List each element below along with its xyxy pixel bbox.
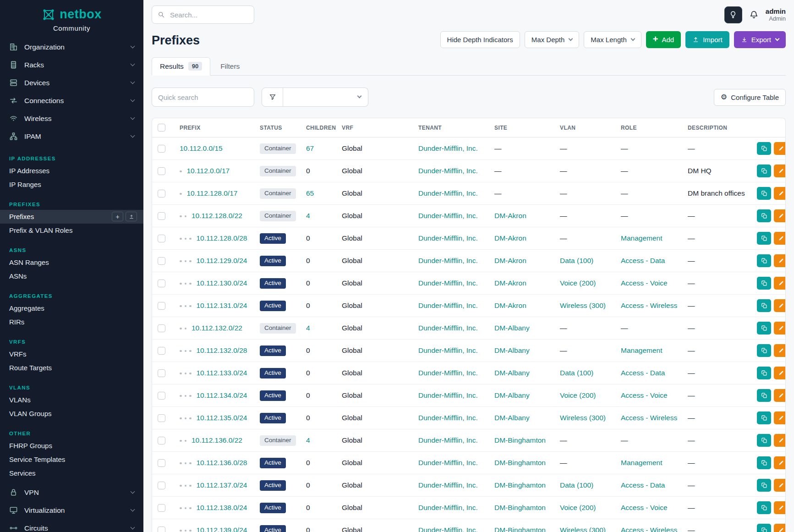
copy-button[interactable] — [757, 232, 771, 245]
select-all-checkbox[interactable] — [158, 124, 165, 132]
sidebar-item-service-templates[interactable]: Service Templates — [0, 453, 143, 466]
vlan-link[interactable]: Voice (200) — [560, 391, 596, 399]
children-link[interactable]: 67 — [306, 144, 314, 152]
sidebar-item-asn-ranges[interactable]: ASN Ranges — [0, 256, 143, 269]
column-header-prefix[interactable]: Prefix — [174, 118, 254, 137]
copy-button[interactable] — [757, 456, 771, 469]
prefix-link[interactable]: 10.112.136.0/22 — [192, 436, 242, 444]
site-link[interactable]: DM-Binghamton — [494, 459, 546, 466]
copy-button[interactable] — [757, 187, 771, 200]
tenant-link[interactable]: Dunder-Mifflin, Inc. — [418, 302, 478, 309]
sidebar-item-fhrp-groups[interactable]: FHRP Groups — [0, 439, 143, 453]
tenant-link[interactable]: Dunder-Mifflin, Inc. — [418, 414, 478, 422]
filter-button[interactable] — [262, 88, 283, 107]
sidebar-item-asns[interactable]: ASNs — [0, 269, 143, 283]
import-button[interactable]: Import — [685, 31, 729, 48]
role-link[interactable]: Access - Wireless — [621, 526, 677, 532]
tenant-link[interactable]: Dunder-Mifflin, Inc. — [418, 279, 478, 287]
prefix-link[interactable]: 10.112.130.0/24 — [197, 279, 247, 287]
edit-button[interactable] — [774, 344, 785, 357]
edit-button[interactable] — [774, 367, 785, 379]
column-header-vrf[interactable]: VRF — [336, 118, 413, 137]
row-checkbox[interactable] — [158, 324, 165, 332]
copy-button[interactable] — [757, 479, 771, 492]
site-link[interactable]: DM-Akron — [494, 279, 526, 287]
edit-button[interactable] — [774, 165, 785, 177]
row-checkbox[interactable] — [158, 459, 165, 467]
site-link[interactable]: DM-Binghamton — [494, 481, 546, 489]
row-checkbox[interactable] — [158, 504, 165, 512]
sidebar-item-vlan-groups[interactable]: VLAN Groups — [0, 407, 143, 421]
tenant-link[interactable]: Dunder-Mifflin, Inc. — [418, 391, 478, 399]
sidebar-item-vlans[interactable]: VLANs — [0, 393, 143, 407]
site-link[interactable]: DM-Albany — [494, 369, 530, 377]
row-checkbox[interactable] — [158, 190, 165, 197]
sidebar-item-aggregates[interactable]: Aggregates — [0, 302, 143, 315]
edit-button[interactable] — [774, 411, 785, 424]
sidebar-item-ipam[interactable]: IPAM — [0, 128, 143, 146]
sidebar-item-circuits[interactable]: Circuits — [0, 520, 143, 532]
column-header-tenant[interactable]: Tenant — [413, 118, 489, 137]
prefix-link[interactable]: 10.112.0.0/15 — [180, 144, 223, 152]
site-link[interactable]: DM-Albany — [494, 391, 530, 399]
site-link[interactable]: DM-Binghamton — [494, 504, 546, 511]
children-link[interactable]: 4 — [306, 212, 310, 219]
copy-button[interactable] — [757, 277, 771, 290]
row-checkbox[interactable] — [158, 212, 165, 220]
edit-button[interactable] — [774, 209, 785, 222]
column-header-status[interactable]: Status — [254, 118, 301, 137]
export-button[interactable]: Export — [734, 31, 786, 48]
prefix-link[interactable]: 10.112.136.0/28 — [197, 459, 247, 466]
sidebar-item-ip-ranges[interactable]: IP Ranges — [0, 178, 143, 192]
vlan-link[interactable]: Voice (200) — [560, 504, 596, 511]
configure-table-button[interactable]: ⚙Configure Table — [714, 89, 786, 106]
global-search[interactable] — [152, 5, 254, 24]
sidebar-item-devices[interactable]: Devices — [0, 74, 143, 92]
prefix-link[interactable]: 10.112.0.0/17 — [187, 167, 230, 175]
role-link[interactable]: Access - Data — [621, 481, 665, 489]
sidebar-item-racks[interactable]: Racks — [0, 56, 143, 74]
vlan-link[interactable]: Data (100) — [560, 369, 593, 377]
edit-button[interactable] — [774, 479, 785, 492]
row-checkbox[interactable] — [158, 280, 165, 287]
theme-toggle-button[interactable] — [724, 6, 742, 23]
role-link[interactable]: Management — [621, 346, 662, 354]
prefix-link[interactable]: 10.112.128.0/28 — [197, 234, 247, 242]
row-checkbox[interactable] — [158, 527, 165, 532]
row-checkbox[interactable] — [158, 414, 165, 422]
role-link[interactable]: Access - Wireless — [621, 302, 677, 309]
vlan-link[interactable]: Data (100) — [560, 481, 593, 489]
tenant-link[interactable]: Dunder-Mifflin, Inc. — [418, 369, 478, 377]
hide-depth-indicators-button[interactable]: Hide Depth Indicators — [440, 31, 520, 48]
copy-button[interactable] — [757, 389, 771, 402]
edit-button[interactable] — [774, 299, 785, 312]
edit-button[interactable] — [774, 187, 785, 200]
tenant-link[interactable]: Dunder-Mifflin, Inc. — [418, 481, 478, 489]
prefix-link[interactable]: 10.112.128.0/17 — [187, 189, 238, 197]
prefix-link[interactable]: 10.112.132.0/28 — [197, 346, 247, 354]
add-button[interactable]: +Add — [646, 31, 681, 48]
site-link[interactable]: DM-Albany — [494, 324, 530, 332]
tenant-link[interactable]: Dunder-Mifflin, Inc. — [418, 212, 478, 219]
prefix-link[interactable]: 10.112.139.0/24 — [197, 526, 247, 532]
sidebar-item-connections[interactable]: Connections — [0, 92, 143, 110]
vlan-link[interactable]: Wireless (300) — [560, 414, 606, 422]
row-checkbox[interactable] — [158, 145, 165, 153]
prefix-link[interactable]: 10.112.133.0/24 — [197, 369, 247, 377]
column-header-site[interactable]: Site — [489, 118, 554, 137]
sidebar-item-virtualization[interactable]: Virtualization — [0, 502, 143, 520]
site-link[interactable]: DM-Albany — [494, 414, 530, 422]
global-search-input[interactable] — [169, 11, 248, 19]
sidebar-item-route-targets[interactable]: Route Targets — [0, 361, 143, 375]
edit-button[interactable] — [774, 322, 785, 335]
edit-button[interactable] — [774, 389, 785, 402]
sidebar-item-vrfs[interactable]: VRFs — [0, 347, 143, 361]
copy-button[interactable] — [757, 344, 771, 357]
prefix-link[interactable]: 10.112.137.0/24 — [197, 481, 247, 489]
prefix-link[interactable]: 10.112.138.0/24 — [197, 504, 247, 511]
prefix-link[interactable]: 10.112.131.0/24 — [197, 302, 247, 309]
edit-button[interactable] — [774, 254, 785, 267]
row-checkbox[interactable] — [158, 392, 165, 400]
site-link[interactable]: DM-Akron — [494, 212, 526, 219]
prefixes-import-button[interactable] — [126, 212, 137, 221]
